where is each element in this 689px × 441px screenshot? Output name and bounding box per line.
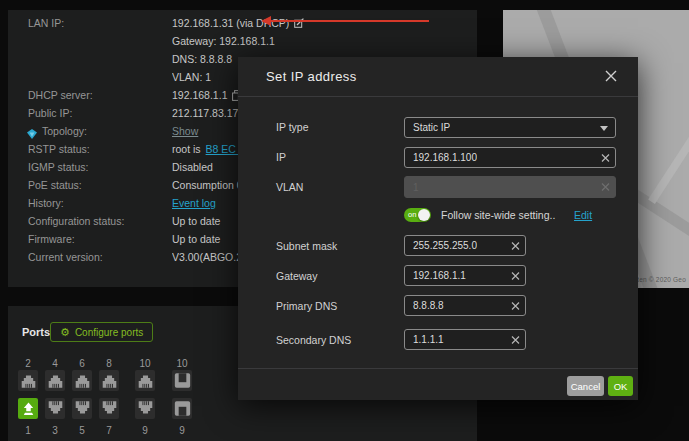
vlan-label: VLAN xyxy=(276,177,303,198)
ok-button[interactable]: OK xyxy=(608,376,633,396)
set-ip-address-dialog: Set IP address IP type Static IP IP 192.… xyxy=(238,57,638,400)
port-9-rj45-icon[interactable] xyxy=(135,398,155,419)
clear-icon[interactable] xyxy=(511,335,520,344)
device-detail-label: History: xyxy=(28,194,64,212)
edit-link[interactable]: Edit xyxy=(574,208,592,222)
subnet-mask-input[interactable]: 255.255.255.0 xyxy=(404,235,526,256)
device-detail-text: 192.168.1.1 xyxy=(172,86,227,104)
port-3-rj45-icon[interactable] xyxy=(45,398,65,419)
port-10-sfp-icon[interactable] xyxy=(172,370,192,391)
ip-type-value: Static IP xyxy=(413,122,450,133)
toggle-knob xyxy=(418,209,430,221)
device-detail-text: Gateway: 192.168.1.1 xyxy=(172,32,275,50)
clear-icon[interactable] xyxy=(511,241,520,250)
follow-sitewide-toggle[interactable]: on xyxy=(404,208,431,222)
primary-dns-value: 8.8.8.8 xyxy=(413,300,444,311)
ip-value: 192.168.1.100 xyxy=(413,152,477,163)
device-detail-text: DNS: 8.8.8.8 xyxy=(172,50,232,68)
device-detail-label: Configuration status: xyxy=(28,212,124,230)
primary-dns-input[interactable]: 8.8.8.8 xyxy=(404,295,526,316)
device-detail-row: LAN IP:192.168.1.31 (via DHCP) xyxy=(8,14,477,32)
port-10-rj45-icon[interactable] xyxy=(135,370,155,391)
device-detail-link[interactable]: Show xyxy=(172,122,198,140)
device-detail-text: Up to date xyxy=(172,230,220,248)
clear-icon[interactable] xyxy=(601,153,610,162)
device-detail-text: Up to date xyxy=(172,212,220,230)
vlan-value: 1 xyxy=(413,182,419,193)
clear-icon[interactable] xyxy=(511,271,520,280)
port-number-label: 2 xyxy=(18,358,38,369)
gateway-value: 192.168.1.1 xyxy=(413,270,466,281)
clear-icon xyxy=(601,183,610,192)
gateway-label: Gateway xyxy=(276,266,317,287)
device-detail-label: Firmware: xyxy=(28,230,75,248)
annotation-arrow-head xyxy=(261,16,271,26)
ip-input[interactable]: 192.168.1.100 xyxy=(404,147,616,168)
device-detail-label: RSTP status: xyxy=(28,140,90,158)
port-number-label: 3 xyxy=(45,425,65,436)
secondary-dns-label: Secondary DNS xyxy=(276,330,351,351)
device-detail-link[interactable]: Event log xyxy=(172,194,216,212)
port-1-uplink-icon[interactable] xyxy=(18,398,38,419)
device-detail-row: Gateway: 192.168.1.1 xyxy=(8,32,477,50)
device-detail-text: 192.168.1.31 (via DHCP) xyxy=(172,14,289,32)
map-attribution: daten © 2020 Geo xyxy=(630,276,686,283)
device-detail-value: Gateway: 192.168.1.1 xyxy=(172,32,475,50)
device-detail-text: root is xyxy=(172,140,201,158)
port-number-label: 9 xyxy=(135,425,155,436)
dialog-header: Set IP address xyxy=(238,57,638,97)
footer-divider xyxy=(238,368,638,369)
gear-icon: ⚙ xyxy=(60,327,70,338)
device-detail-text: VLAN: 1 xyxy=(172,68,211,86)
cancel-button[interactable]: Cancel xyxy=(567,376,604,396)
primary-dns-label: Primary DNS xyxy=(276,296,337,317)
device-detail-text: Disabled xyxy=(172,158,213,176)
secondary-dns-value: 1.1.1.1 xyxy=(413,334,444,345)
port-number-label: 7 xyxy=(99,425,119,436)
map-road xyxy=(648,124,689,204)
port-number-label: 8 xyxy=(99,358,119,369)
gateway-input[interactable]: 192.168.1.1 xyxy=(404,265,526,286)
device-detail-label: Current version: xyxy=(28,248,103,266)
app-window: LAN IP:192.168.1.31 (via DHCP)Gateway: 1… xyxy=(0,0,689,441)
device-detail-label: Public IP: xyxy=(28,104,72,122)
chevron-down-icon xyxy=(600,126,608,131)
port-5-rj45-icon[interactable] xyxy=(72,398,92,419)
secondary-dns-input[interactable]: 1.1.1.1 xyxy=(404,329,526,350)
ip-type-select[interactable]: Static IP xyxy=(404,117,616,138)
configure-ports-button[interactable]: ⚙ Configure ports xyxy=(50,322,153,342)
port-number-label: 1 xyxy=(18,425,38,436)
port-number-label: 4 xyxy=(45,358,65,369)
port-number-label: 6 xyxy=(72,358,92,369)
port-number-label: 9 xyxy=(172,425,192,436)
port-number-label: 5 xyxy=(72,425,92,436)
subnet-mask-label: Subnet mask xyxy=(276,236,337,257)
device-detail-label: DHCP server: xyxy=(28,86,93,104)
device-detail-label: IGMP status: xyxy=(28,158,89,176)
device-detail-label: Topology: xyxy=(42,122,87,140)
device-detail-label: PoE status: xyxy=(28,176,82,194)
ports-title: Ports xyxy=(22,326,50,338)
vlan-input-disabled: 1 xyxy=(404,176,616,198)
port-2-rj45-icon[interactable] xyxy=(18,370,38,391)
follow-sitewide-label: Follow site-wide setting.. xyxy=(441,208,555,222)
ip-type-label: IP type xyxy=(276,117,309,138)
ip-label: IP xyxy=(276,147,286,168)
subnet-mask-value: 255.255.255.0 xyxy=(413,240,477,251)
port-9-sfp-icon[interactable] xyxy=(172,398,192,419)
port-6-rj45-icon[interactable] xyxy=(72,370,92,391)
port-number-label: 10 xyxy=(172,358,192,369)
toggle-state-label: on xyxy=(408,210,416,220)
device-detail-label: LAN IP: xyxy=(28,14,64,32)
clear-icon[interactable] xyxy=(511,301,520,310)
port-8-rj45-icon[interactable] xyxy=(99,370,119,391)
port-number-label: 10 xyxy=(135,358,155,369)
device-detail-value: 192.168.1.31 (via DHCP) xyxy=(172,14,475,32)
annotation-arrow-line xyxy=(270,20,429,22)
device-detail-text: 212.117.83.178 xyxy=(172,104,244,122)
close-icon[interactable] xyxy=(604,69,618,83)
configure-ports-label: Configure ports xyxy=(75,327,143,338)
port-4-rj45-icon[interactable] xyxy=(45,370,65,391)
dialog-title: Set IP address xyxy=(266,69,357,84)
port-7-rj45-icon[interactable] xyxy=(99,398,119,419)
